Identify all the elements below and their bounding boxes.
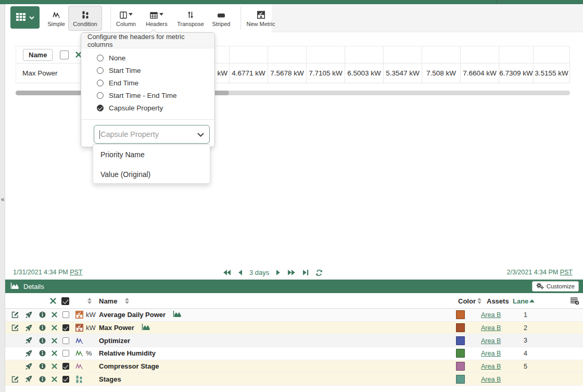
step-forward-half-icon[interactable]: [276, 269, 281, 276]
menu-item-priority-name[interactable]: Priority Name: [93, 145, 210, 165]
menu-item-value-original[interactable]: Value (Original): [93, 165, 210, 184]
rocket-icon[interactable]: [25, 350, 39, 357]
info-icon[interactable]: [39, 324, 52, 331]
asset-link[interactable]: Area B: [481, 376, 501, 383]
end-timezone-link[interactable]: PST: [560, 269, 573, 276]
row-checkbox[interactable]: [62, 337, 75, 344]
sort-icon[interactable]: [87, 293, 92, 309]
column-header-assets[interactable]: Assets: [487, 293, 509, 309]
step-back-half-icon[interactable]: [238, 269, 243, 276]
radio-selected-icon[interactable]: [97, 105, 104, 111]
rocket-icon[interactable]: [25, 337, 39, 344]
rocket-icon[interactable]: [25, 375, 39, 383]
remove-icon[interactable]: [52, 363, 62, 369]
toolbar-simple-button[interactable]: Simple: [45, 6, 68, 31]
asset-link[interactable]: Area B: [481, 324, 501, 332]
toolbar-simple-label: Simple: [47, 21, 65, 27]
row-checkbox[interactable]: [62, 324, 75, 331]
toolbar-new-metric-button[interactable]: New Metric: [245, 6, 277, 31]
signal-icon: [75, 349, 86, 357]
edit-icon[interactable]: [11, 311, 25, 319]
info-icon[interactable]: [39, 350, 52, 357]
remove-icon[interactable]: [52, 325, 62, 331]
column-header-color[interactable]: Color: [458, 293, 476, 309]
remove-icon[interactable]: [52, 338, 62, 344]
row-checkbox[interactable]: [62, 350, 75, 357]
rocket-icon[interactable]: [25, 324, 39, 332]
toolbar-headers-button[interactable]: Headers: [142, 6, 172, 31]
step-to-end-icon[interactable]: [302, 269, 309, 276]
toolbar-condition-button[interactable]: Condition: [68, 6, 102, 31]
option-capsule-property[interactable]: Capsule Property: [97, 102, 214, 114]
row-checkbox[interactable]: [62, 363, 75, 370]
option-end-time[interactable]: End Time: [97, 77, 214, 89]
lane-number: 5: [524, 363, 541, 370]
edit-icon[interactable]: [11, 375, 25, 383]
column-header-lane[interactable]: Lane: [513, 293, 528, 309]
sort-icon[interactable]: [125, 293, 129, 309]
collapse-panel-handle[interactable]: «: [0, 196, 5, 203]
option-start-time[interactable]: Start Time: [97, 64, 214, 77]
customize-button[interactable]: Customize: [532, 281, 579, 292]
add-column-icon[interactable]: [571, 293, 579, 309]
info-icon[interactable]: [39, 337, 52, 344]
color-swatch[interactable]: [456, 362, 465, 371]
range-start-datetime: 1/31/2021 4:34 PM PST: [13, 269, 82, 276]
top-strip-divider: [496, 0, 497, 4]
radio-icon[interactable]: [97, 55, 104, 61]
toolbar-transpose-button[interactable]: Transpose: [174, 6, 207, 31]
row-checkbox[interactable]: [62, 311, 75, 318]
details-title-text: Details: [23, 283, 44, 290]
option-none[interactable]: None: [97, 52, 214, 64]
rocket-icon[interactable]: [25, 363, 39, 370]
info-icon[interactable]: [39, 363, 52, 370]
area-chart-icon[interactable]: [142, 323, 152, 332]
toolbar-separator: [240, 7, 241, 30]
radio-icon[interactable]: [97, 80, 104, 86]
radio-icon[interactable]: [97, 92, 104, 99]
table-view-selector-button[interactable]: [10, 6, 40, 29]
start-timezone-link[interactable]: PST: [70, 269, 82, 276]
toolbar-striped-button[interactable]: Striped: [208, 6, 234, 31]
capsule-property-select[interactable]: Capsule Property: [94, 125, 210, 144]
metric-header-cell: [345, 46, 383, 63]
area-chart-icon[interactable]: [173, 310, 183, 319]
remove-icon[interactable]: [52, 376, 62, 382]
asset-link[interactable]: Area B: [481, 337, 501, 345]
color-swatch[interactable]: [456, 336, 465, 345]
row-checkbox[interactable]: [62, 376, 75, 383]
lane-number: 4: [524, 350, 541, 357]
color-swatch[interactable]: [456, 349, 465, 358]
left-collapse-rail: «: [0, 4, 5, 392]
color-swatch[interactable]: [456, 323, 465, 332]
info-icon[interactable]: [39, 311, 52, 318]
toolbar-headers-label: Headers: [146, 21, 168, 27]
remove-all-icon[interactable]: [50, 293, 56, 309]
name-column-checkbox[interactable]: [60, 50, 69, 59]
step-forward-full-icon[interactable]: [287, 269, 296, 276]
column-header-name[interactable]: Name: [99, 293, 117, 309]
toolbar-column-button[interactable]: Column: [112, 6, 140, 31]
asset-link[interactable]: Area B: [481, 350, 501, 357]
info-icon[interactable]: [39, 376, 52, 383]
select-all-checkbox[interactable]: [61, 293, 69, 309]
range-duration-label[interactable]: 3 days: [249, 269, 269, 276]
option-start-end-time[interactable]: Start Time - End Time: [97, 89, 214, 102]
item-name: Compressor Stage: [99, 362, 159, 370]
refresh-icon[interactable]: [315, 269, 323, 276]
remove-icon[interactable]: [52, 350, 62, 356]
remove-icon[interactable]: [52, 312, 62, 318]
color-swatch[interactable]: [456, 375, 465, 384]
metric-header-cell: [460, 46, 499, 63]
asset-link[interactable]: Area B: [481, 311, 501, 319]
sort-icon[interactable]: [477, 293, 481, 309]
step-back-full-icon[interactable]: [223, 269, 231, 276]
name-column-chip[interactable]: Name: [23, 49, 53, 61]
edit-icon[interactable]: [11, 324, 25, 332]
radio-icon[interactable]: [97, 67, 104, 74]
asset-link[interactable]: Area B: [481, 363, 501, 370]
sort-ascending-icon[interactable]: [529, 293, 535, 309]
color-swatch[interactable]: [456, 310, 465, 319]
unit-label: kW: [86, 324, 99, 332]
rocket-icon[interactable]: [25, 311, 39, 319]
